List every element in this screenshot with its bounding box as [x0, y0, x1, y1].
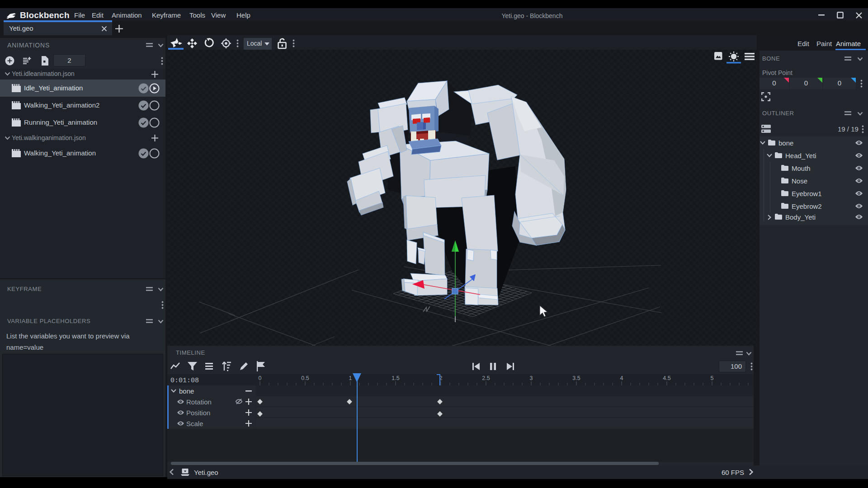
svg-text:0.5: 0.5 — [301, 375, 309, 381]
svg-text:1.5: 1.5 — [392, 375, 399, 381]
svg-text:5: 5 — [711, 375, 714, 381]
svg-text:0: 0 — [259, 375, 262, 381]
svg-text:4.5: 4.5 — [663, 375, 670, 381]
svg-text:1: 1 — [349, 375, 352, 381]
svg-text:3.5: 3.5 — [572, 375, 580, 381]
svg-text:4: 4 — [620, 375, 623, 381]
svg-text:2.5: 2.5 — [482, 375, 490, 381]
svg-text:3: 3 — [530, 375, 533, 381]
